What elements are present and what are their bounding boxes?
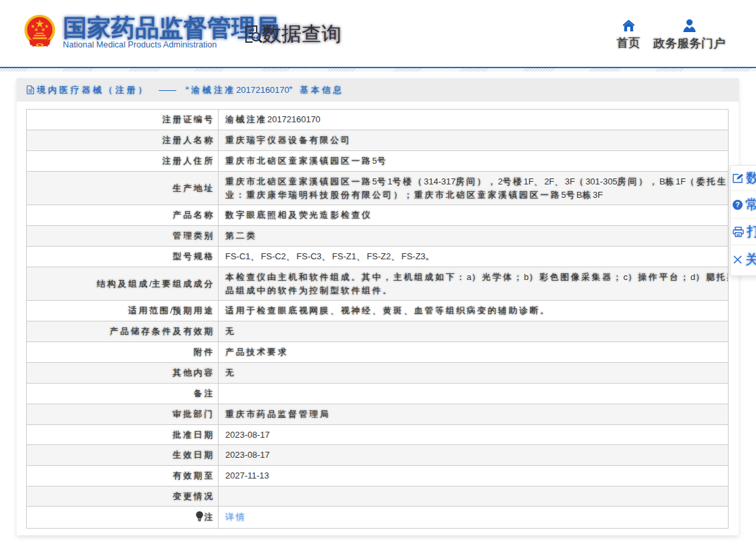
svg-text:?: ? [735, 200, 739, 209]
